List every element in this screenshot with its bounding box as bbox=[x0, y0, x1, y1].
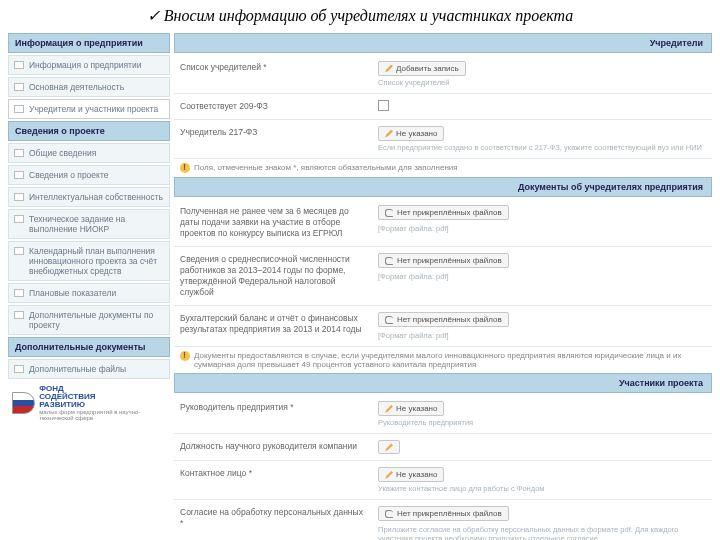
checkbox-209fz[interactable] bbox=[378, 100, 389, 111]
panel-header-founders: Учредители bbox=[174, 33, 712, 53]
page-icon bbox=[14, 365, 24, 373]
page-icon bbox=[14, 61, 24, 69]
pencil-icon bbox=[385, 130, 393, 138]
sidebar-item-ip[interactable]: Интеллектуальная собственность bbox=[8, 187, 170, 207]
warning-icon bbox=[180, 163, 190, 173]
sidebar-item-calendar-plan[interactable]: Календарный план выполнения инновационно… bbox=[8, 241, 170, 281]
label-217fz: Учредитель 217-ФЗ bbox=[174, 124, 374, 154]
attach-consent-button[interactable]: Нет прикреплённых файлов bbox=[378, 506, 509, 521]
label-scidir-position: Должность научного руководителя компании bbox=[174, 438, 374, 456]
hint-217fz: Если предприятие создано в соответствии … bbox=[378, 143, 708, 152]
sidebar-item-indicators[interactable]: Плановые показатели bbox=[8, 283, 170, 303]
add-record-button[interactable]: Добавить запись bbox=[378, 61, 466, 76]
page-icon bbox=[14, 171, 24, 179]
main-content: Учредители Список учредителей * Добавить… bbox=[174, 33, 712, 540]
pencil-icon bbox=[385, 405, 393, 413]
attach-headcount-button[interactable]: Нет прикреплённых файлов bbox=[378, 253, 509, 268]
sidebar-item-general[interactable]: Общие сведения bbox=[8, 143, 170, 163]
label-egrul: Полученная не ранее чем за 6 месяцев до … bbox=[174, 203, 374, 242]
attach-egrul-button[interactable]: Нет прикреплённых файлов bbox=[378, 205, 509, 220]
sidebar: Информация о предприятии Информация о пр… bbox=[8, 33, 170, 540]
check-icon: ✓ bbox=[147, 6, 160, 25]
label-consent: Согласие на обработку персональных данны… bbox=[174, 504, 374, 540]
label-balance: Бухгалтерский баланс и отчёт о финансовы… bbox=[174, 310, 374, 342]
hint-founders-list: Список учредителей bbox=[378, 78, 708, 87]
label-director: Руководитель предприятия * bbox=[174, 399, 374, 429]
sidebar-item-techspec[interactable]: Техническое задание на выполнение НИОКР bbox=[8, 209, 170, 239]
label-209fz: Соответствует 209-ФЗ bbox=[174, 98, 374, 115]
note-docs: Документы предоставляются в случае, если… bbox=[174, 347, 712, 373]
panel-header-founder-docs: Документы об учредителях предприятия bbox=[174, 177, 712, 197]
page-icon bbox=[14, 149, 24, 157]
label-headcount: Сведения о среднесписочной численности р… bbox=[174, 251, 374, 301]
edit-scidir-button[interactable] bbox=[378, 440, 400, 454]
warning-icon bbox=[180, 351, 190, 361]
page-icon bbox=[14, 289, 24, 297]
page-icon bbox=[14, 247, 24, 255]
page-icon bbox=[14, 311, 24, 319]
sidebar-header-additional: Дополнительные документы bbox=[8, 337, 170, 357]
pencil-icon bbox=[385, 471, 393, 479]
page-icon bbox=[14, 83, 24, 91]
page-icon bbox=[14, 105, 24, 113]
attach-balance-button[interactable]: Нет прикреплённых файлов bbox=[378, 312, 509, 327]
sidebar-header-company: Информация о предприятии bbox=[8, 33, 170, 53]
page-icon bbox=[14, 193, 24, 201]
hint-contact: Укажите контактное лицо для работы с Фон… bbox=[378, 484, 708, 493]
pencil-icon bbox=[385, 65, 393, 73]
sidebar-item-activity[interactable]: Основная деятельность bbox=[8, 77, 170, 97]
hint-consent: Приложите согласие на обработку персонал… bbox=[378, 525, 708, 540]
sidebar-item-extra-docs[interactable]: Дополнительные документы по проекту bbox=[8, 305, 170, 335]
hint-director: Руководитель предприятия bbox=[378, 418, 708, 427]
flag-icon bbox=[12, 392, 35, 414]
sidebar-header-project: Сведения о проекте bbox=[8, 121, 170, 141]
edit-217fz-button[interactable]: Не указано bbox=[378, 126, 444, 141]
hint-egrul: [Формат файла: pdf] bbox=[378, 224, 708, 233]
paperclip-icon bbox=[385, 209, 393, 217]
sidebar-item-extra-files[interactable]: Дополнительные файлы bbox=[8, 359, 170, 379]
paperclip-icon bbox=[385, 510, 393, 518]
hint-balance: [Формат файла: pdf] bbox=[378, 331, 708, 340]
fund-logo: ФОНД СОДЕЙСТВИЯ РАЗВИТИЮ малых форм пред… bbox=[8, 381, 170, 425]
edit-contact-button[interactable]: Не указано bbox=[378, 467, 444, 482]
panel-header-participants: Участники проекта bbox=[174, 373, 712, 393]
sidebar-item-founders[interactable]: Учредители и участники проекта bbox=[8, 99, 170, 119]
paperclip-icon bbox=[385, 316, 393, 324]
note-required-1: Поля, отмеченные знаком *, являются обяз… bbox=[174, 159, 712, 177]
label-contact: Контактное лицо * bbox=[174, 465, 374, 495]
page-icon bbox=[14, 215, 24, 223]
page-title: ✓Вносим информацию об учредителях и учас… bbox=[0, 0, 720, 33]
hint-headcount: [Формат файла: pdf] bbox=[378, 272, 708, 281]
paperclip-icon bbox=[385, 257, 393, 265]
edit-director-button[interactable]: Не указано bbox=[378, 401, 444, 416]
label-founders-list: Список учредителей * bbox=[174, 59, 374, 89]
sidebar-item-project-info[interactable]: Сведения о проекте bbox=[8, 165, 170, 185]
sidebar-item-company-info[interactable]: Информация о предприятии bbox=[8, 55, 170, 75]
pencil-icon bbox=[385, 443, 393, 451]
